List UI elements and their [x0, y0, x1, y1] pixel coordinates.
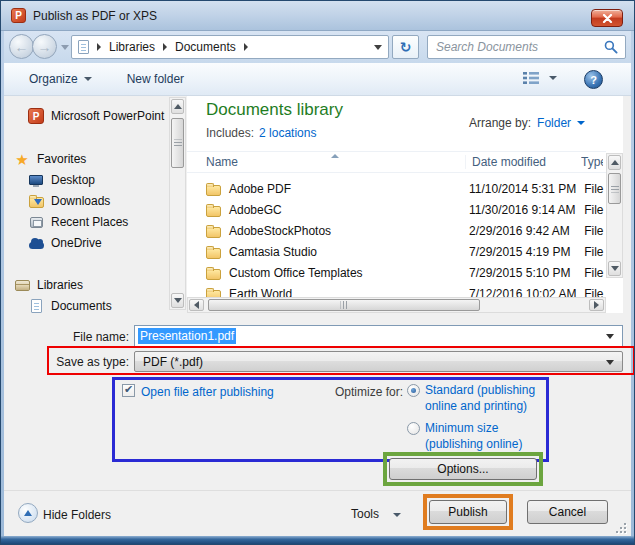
sidebar-item-label: Documents: [51, 299, 112, 313]
sidebar-item-downloads[interactable]: Downloads: [28, 191, 110, 211]
sidebar-item-onedrive[interactable]: OneDrive: [28, 233, 102, 253]
command-toolbar: Organize New folder ?: [4, 63, 631, 96]
scroll-down-button[interactable]: [608, 261, 621, 276]
table-row[interactable]: Adobe PDF 11/10/2014 5:31 PM File folder: [187, 178, 606, 199]
search-icon[interactable]: [604, 40, 618, 54]
folder-icon: [206, 227, 221, 238]
file-name-value[interactable]: Presentation1.pdf: [138, 328, 236, 344]
scroll-up-button[interactable]: [608, 155, 621, 170]
help-button[interactable]: ?: [584, 70, 603, 89]
back-icon: ←: [15, 40, 29, 54]
file-date: 7/12/2016 10:02 AM: [469, 287, 584, 298]
help-icon: ?: [590, 74, 597, 86]
arrange-by-value[interactable]: Folder: [537, 116, 571, 130]
column-header-date-modified[interactable]: Date modified: [465, 155, 581, 169]
scrollbar-thumb[interactable]: [171, 118, 184, 168]
sidebar-item-recent-places[interactable]: Recent Places: [28, 212, 128, 232]
breadcrumb-documents[interactable]: Documents: [175, 40, 236, 54]
scroll-left-button[interactable]: [189, 299, 204, 311]
organize-menu[interactable]: Organize: [29, 72, 92, 86]
triangle-up-icon: [611, 160, 619, 165]
file-type: File folder: [584, 182, 606, 196]
table-row[interactable]: AdobeGC 11/30/2016 9:14 AM File folder: [187, 199, 606, 220]
title-bar: P Publish as PDF or XPS: [1, 1, 634, 31]
chevron-down-icon[interactable]: [606, 334, 614, 339]
sidebar-item-label: Recent Places: [51, 215, 128, 229]
locations-link[interactable]: 2 locations: [259, 126, 316, 140]
cancel-button[interactable]: Cancel: [527, 500, 608, 524]
sidebar-item-libraries[interactable]: Libraries: [14, 275, 83, 295]
scroll-down-button[interactable]: [171, 293, 184, 308]
breadcrumb-libraries[interactable]: Libraries: [109, 40, 155, 54]
checkmark-icon: ✔: [124, 384, 133, 395]
star-icon: ★: [15, 152, 28, 167]
chevron-down-icon[interactable]: [393, 513, 401, 517]
tree-scrollbar[interactable]: [169, 97, 186, 310]
arrange-by-control[interactable]: Arrange by: Folder: [469, 116, 585, 130]
close-button[interactable]: [591, 9, 623, 27]
table-row[interactable]: Custom Office Templates 7/29/2015 5:10 P…: [187, 262, 606, 283]
footer-divider: [4, 490, 631, 491]
window-border-bottom: [1, 536, 634, 544]
back-button[interactable]: ←: [9, 34, 34, 59]
arrange-by-label: Arrange by:: [469, 116, 531, 130]
tools-menu[interactable]: Tools: [351, 507, 379, 521]
refresh-icon: ↻: [400, 40, 412, 54]
table-row[interactable]: Earth World 7/12/2016 10:02 AM File fold…: [187, 283, 606, 297]
scroll-right-button[interactable]: [589, 299, 604, 311]
libraries-icon: [15, 280, 30, 291]
radio-minimum-size[interactable]: [407, 422, 420, 435]
downloads-icon: [29, 197, 44, 208]
scrollbar-thumb[interactable]: [208, 299, 480, 311]
window-title: Publish as PDF or XPS: [33, 9, 157, 23]
column-headers: Name Date modified Type: [187, 151, 606, 173]
file-name-input[interactable]: Presentation1.pdf: [134, 325, 623, 347]
radio-standard[interactable]: [407, 384, 420, 397]
refresh-button[interactable]: ↻: [392, 35, 419, 59]
sidebar-item-desktop[interactable]: Desktop: [28, 170, 95, 190]
file-date: 7/29/2015 4:19 PM: [469, 245, 584, 259]
sidebar-item-documents[interactable]: Documents: [28, 296, 112, 313]
forward-button[interactable]: →: [32, 34, 57, 59]
file-name: AdobeStockPhotos: [229, 224, 331, 238]
list-vertical-scrollbar[interactable]: [606, 153, 623, 278]
search-box: [427, 35, 626, 59]
sidebar-item-favorites[interactable]: ★ Favorites: [14, 149, 86, 169]
radio-minimum-label[interactable]: Minimum size (publishing online): [425, 420, 555, 452]
sidebar-item-label: Desktop: [51, 173, 95, 187]
recent-pages-dropdown-icon[interactable]: [61, 45, 69, 50]
includes-label: Includes:: [206, 126, 254, 140]
address-dropdown-icon[interactable]: [374, 45, 382, 50]
options-button[interactable]: Options...: [389, 458, 537, 480]
folder-icon: [206, 185, 221, 196]
search-input[interactable]: [428, 40, 604, 54]
open-after-publish-checkbox[interactable]: ✔: [122, 384, 135, 397]
save-as-type-dropdown[interactable]: PDF (*.pdf): [134, 351, 623, 372]
triangle-down-icon: [174, 298, 182, 303]
scroll-up-button[interactable]: [171, 99, 184, 114]
table-row[interactable]: AdobeStockPhotos 2/29/2016 9:42 AM File …: [187, 220, 606, 241]
new-folder-button[interactable]: New folder: [127, 72, 184, 86]
save-as-type-label: Save as type:: [37, 355, 129, 369]
open-after-publish-label[interactable]: Open file after publishing: [141, 385, 274, 399]
chevron-down-icon[interactable]: [606, 360, 614, 365]
radio-standard-label[interactable]: Standard (publishing online and printing…: [425, 382, 555, 414]
save-as-type-value: PDF (*.pdf): [143, 355, 203, 369]
hide-folders-label[interactable]: Hide Folders: [43, 508, 111, 522]
publish-button[interactable]: Publish: [429, 500, 507, 524]
breadcrumb-arrow-icon: [244, 43, 248, 51]
table-row[interactable]: Camtasia Studio 7/29/2015 4:19 PM File f…: [187, 241, 606, 262]
hide-folders-button[interactable]: [18, 503, 38, 523]
sort-ascending-icon: [331, 154, 339, 158]
breadcrumb-arrow-icon: [97, 43, 101, 51]
file-date: 2/29/2016 9:42 AM: [469, 224, 584, 238]
views-button[interactable]: [523, 72, 557, 84]
list-horizontal-scrollbar[interactable]: [187, 297, 606, 313]
scrollbar-thumb[interactable]: [608, 173, 621, 204]
file-date: 7/29/2015 5:10 PM: [469, 266, 584, 280]
address-bar[interactable]: Libraries Documents: [71, 35, 389, 59]
column-header-type[interactable]: Type: [581, 155, 603, 169]
sidebar-item-powerpoint[interactable]: P Microsoft PowerPoint: [28, 106, 164, 126]
publish-dialog-window: P Publish as PDF or XPS ← → Libraries Do…: [0, 0, 635, 545]
resize-grip[interactable]: [615, 522, 626, 533]
